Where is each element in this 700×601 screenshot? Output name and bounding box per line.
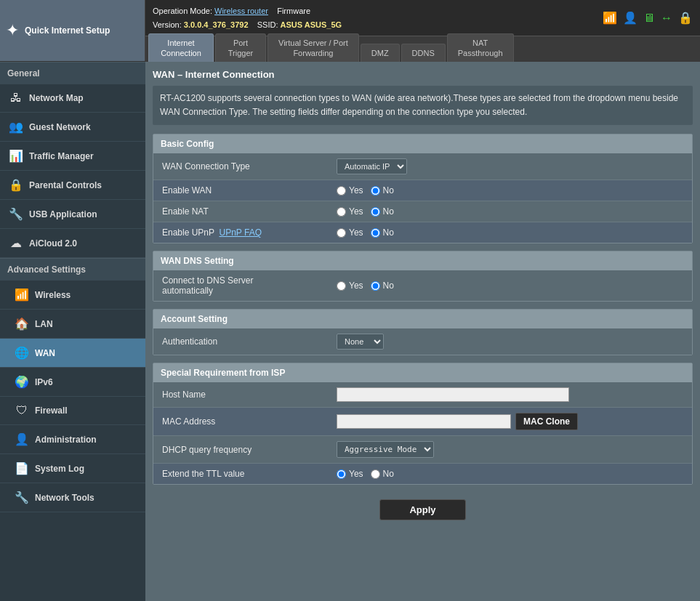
host-name-row: Host Name [153, 382, 692, 408]
connect-dns-yes[interactable]: Yes [337, 281, 363, 291]
extend-ttl-yes[interactable]: Yes [337, 469, 363, 479]
extend-ttl-row: Extend the TTL value Yes No [153, 464, 692, 484]
authentication-select[interactable]: None PAP CHAP [337, 334, 384, 350]
authentication-label: Authentication [162, 336, 337, 347]
connect-dns-no-radio[interactable] [371, 281, 380, 291]
enable-upnp-value: Yes No [337, 227, 683, 238]
setup-icon: ✦ [6, 21, 19, 40]
enable-wan-no-radio[interactable] [371, 186, 380, 195]
enable-upnp-no-radio[interactable] [371, 228, 380, 238]
lan-icon: 🏠 [15, 317, 29, 331]
upnp-faq-link[interactable]: UPnP FAQ [220, 227, 262, 238]
version-value: 3.0.0.4_376_3792 [184, 20, 249, 29]
special-req-header: Special Requirement from ISP [153, 363, 692, 382]
host-name-value [337, 387, 683, 402]
dhcp-query-select[interactable]: Aggressive Mode Normal Mode [337, 441, 434, 458]
sidebar-item-label: System Log [35, 464, 84, 474]
quick-setup-button[interactable]: ✦ Quick Internet Setup [0, 0, 145, 61]
sidebar-item-network-tools[interactable]: 🔧 Network Tools [0, 483, 145, 512]
tab-internet-connection[interactable]: InternetConnection [148, 33, 214, 62]
sidebar-item-label: Network Map [29, 93, 84, 103]
host-name-input[interactable] [337, 387, 569, 402]
monitor-icon[interactable]: 🖥 [643, 12, 655, 25]
enable-upnp-yes-radio[interactable] [337, 228, 346, 238]
enable-upnp-yes[interactable]: Yes [337, 227, 363, 238]
tab-dmz[interactable]: DMZ [361, 44, 400, 62]
header-info: Operation Mode: Wireless router Firmware… [153, 4, 342, 31]
enable-wan-radio-group: Yes No [337, 185, 394, 195]
enable-wan-row: Enable WAN Yes No [153, 180, 692, 201]
extend-ttl-radio-group: Yes No [337, 469, 394, 479]
quick-setup-label: Quick Internet Setup [25, 25, 110, 37]
sidebar-item-lan[interactable]: 🏠 LAN [0, 310, 145, 339]
version-label: Version: [153, 20, 182, 29]
connect-dns-no[interactable]: No [371, 281, 394, 291]
authentication-row: Authentication None PAP CHAP [153, 328, 692, 355]
connect-dns-yes-radio[interactable] [337, 281, 346, 291]
apply-button[interactable]: Apply [379, 499, 465, 520]
enable-nat-yes-radio[interactable] [337, 207, 346, 217]
basic-config-header: Basic Config [153, 134, 692, 153]
mac-address-value: MAC Clone [337, 413, 683, 430]
tab-ddns[interactable]: DDNS [401, 44, 446, 62]
op-mode-value[interactable]: Wireless router [214, 7, 268, 15]
traffic-manager-icon: 📊 [9, 149, 23, 163]
network-tools-icon: 🔧 [15, 491, 29, 504]
sidebar-item-usb-application[interactable]: 🔧 USB Application [0, 200, 145, 229]
wan-dns-section: WAN DNS Setting Connect to DNS Serveraut… [153, 251, 693, 302]
sidebar-item-ipv6[interactable]: 🌍 IPv6 [0, 368, 145, 397]
enable-nat-no-radio[interactable] [371, 207, 380, 217]
connect-dns-value: Yes No [337, 281, 683, 291]
sidebar-item-wireless[interactable]: 📶 Wireless [0, 281, 145, 310]
enable-wan-no[interactable]: No [371, 185, 394, 195]
sidebar-item-system-log[interactable]: 📄 System Log [0, 454, 145, 483]
sidebar-item-firewall[interactable]: 🛡 Firewall [0, 397, 145, 425]
sidebar-item-label: Guest Network [29, 122, 91, 132]
extend-ttl-yes-radio[interactable] [337, 469, 346, 479]
page-title: WAN – Internet Connection [153, 69, 693, 80]
wan-connection-type-select[interactable]: Automatic IP PPPoE PPTP L2TP Static IP [337, 158, 407, 174]
firmware-label: Firmware [277, 7, 310, 15]
enable-nat-value: Yes No [337, 206, 683, 217]
system-log-icon: 📄 [15, 461, 29, 475]
guest-network-icon: 👥 [9, 120, 23, 134]
sidebar-item-label: Administration [35, 435, 97, 445]
sidebar-item-parental-controls[interactable]: 🔒 Parental Controls [0, 171, 145, 200]
wan-connection-type-value: Automatic IP PPPoE PPTP L2TP Static IP [337, 158, 683, 174]
extend-ttl-no[interactable]: No [371, 469, 394, 479]
sidebar-item-label: Traffic Manager [29, 151, 94, 161]
extend-ttl-label: Extend the TTL value [162, 469, 337, 479]
sidebar-item-aicloud[interactable]: ☁ AiCloud 2.0 [0, 229, 145, 258]
connect-dns-radio-group: Yes No [337, 281, 394, 291]
signal-icon[interactable]: 📶 [603, 11, 617, 25]
mac-address-row: MAC Address MAC Clone [153, 408, 692, 436]
enable-wan-yes[interactable]: Yes [337, 185, 363, 195]
sidebar-item-guest-network[interactable]: 👥 Guest Network [0, 113, 145, 142]
extend-ttl-no-radio[interactable] [371, 469, 380, 479]
sidebar-item-label: Wireless [35, 290, 71, 300]
tab-virtual-server[interactable]: Virtual Server / PortForwarding [267, 33, 359, 62]
enable-upnp-row: Enable UPnP UPnP FAQ Yes No [153, 222, 692, 243]
sidebar-item-network-map[interactable]: 🖧 Network Map [0, 84, 145, 113]
sidebar-item-traffic-manager[interactable]: 📊 Traffic Manager [0, 142, 145, 171]
enable-nat-yes[interactable]: Yes [337, 206, 363, 217]
sidebar-item-wan[interactable]: 🌐 WAN [0, 339, 145, 368]
enable-nat-no[interactable]: No [371, 206, 394, 217]
mac-address-input[interactable] [337, 414, 511, 429]
sidebar-general-header: General [0, 62, 145, 84]
aicloud-icon: ☁ [9, 236, 23, 250]
sidebar-item-administration[interactable]: 👤 Administration [0, 425, 145, 454]
dhcp-query-value: Aggressive Mode Normal Mode [337, 441, 683, 458]
wan-connection-type-label: WAN Connection Type [162, 161, 337, 172]
enable-upnp-no[interactable]: No [371, 227, 394, 238]
lock-icon[interactable]: 🔒 [678, 11, 693, 25]
network-map-icon: 🖧 [9, 92, 23, 105]
wan-dns-header: WAN DNS Setting [153, 251, 692, 270]
tab-port-trigger[interactable]: PortTrigger [215, 33, 266, 62]
parental-controls-icon: 🔒 [9, 178, 23, 192]
enable-wan-yes-radio[interactable] [337, 186, 346, 195]
tab-nat-passthrough[interactable]: NATPassthrough [447, 33, 514, 62]
mac-clone-button[interactable]: MAC Clone [515, 413, 578, 430]
network-icon[interactable]: ↔ [661, 12, 672, 25]
user-icon[interactable]: 👤 [623, 11, 637, 25]
